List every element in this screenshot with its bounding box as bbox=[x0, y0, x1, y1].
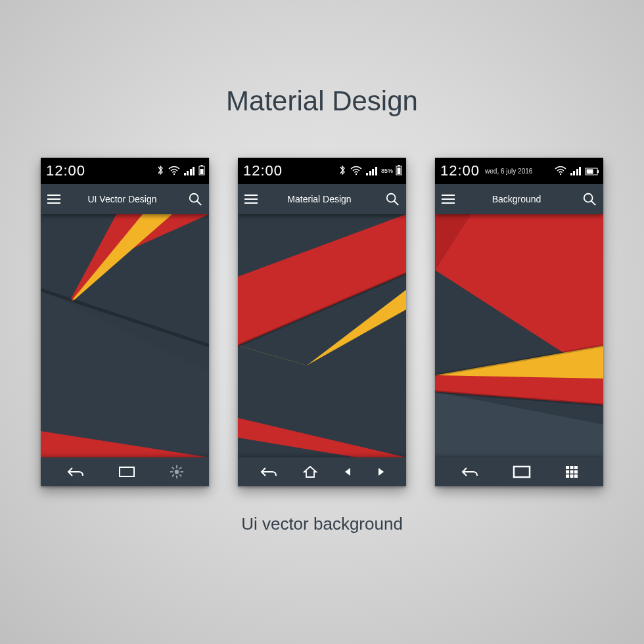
svg-marker-41 bbox=[304, 467, 316, 477]
svg-rect-20 bbox=[170, 471, 173, 472]
svg-rect-2 bbox=[201, 165, 203, 166]
nav-home-button[interactable] bbox=[303, 465, 317, 478]
nav-bar bbox=[41, 457, 209, 486]
svg-rect-25 bbox=[179, 474, 182, 477]
svg-rect-46 bbox=[597, 170, 599, 173]
nav-back-button[interactable] bbox=[259, 465, 277, 478]
svg-line-49 bbox=[591, 201, 595, 205]
status-bar: 12:00 bbox=[41, 158, 209, 184]
status-time: 12:00 bbox=[46, 162, 85, 179]
hamburger-icon[interactable] bbox=[47, 195, 60, 204]
battery-icon bbox=[585, 164, 599, 179]
status-bar: 12:00 wed, 6 july 2016 bbox=[435, 158, 603, 184]
svg-rect-47 bbox=[587, 169, 593, 173]
nav-back-button[interactable] bbox=[460, 465, 478, 478]
app-bar-title: Material Design bbox=[258, 194, 385, 204]
page-title: Material Design bbox=[0, 85, 644, 117]
svg-rect-28 bbox=[398, 165, 400, 166]
app-bar: Background bbox=[435, 184, 603, 214]
signal-icon bbox=[570, 166, 582, 175]
nav-bar bbox=[435, 457, 603, 486]
hamburger-icon[interactable] bbox=[442, 195, 455, 204]
battery-percent: 85% bbox=[381, 168, 393, 174]
phone-mockup-2: 12:00 85% Material Design bbox=[238, 158, 406, 486]
svg-rect-21 bbox=[181, 471, 184, 472]
nav-bar bbox=[238, 457, 406, 486]
wifi-icon bbox=[350, 164, 362, 179]
search-icon[interactable] bbox=[385, 192, 400, 206]
app-bar: Material Design bbox=[238, 184, 406, 214]
svg-rect-19 bbox=[176, 476, 177, 479]
status-time: 12:00 bbox=[243, 162, 283, 179]
svg-line-31 bbox=[394, 201, 398, 205]
svg-line-5 bbox=[197, 201, 201, 205]
nav-next-button[interactable] bbox=[377, 467, 385, 477]
bluetooth-icon bbox=[156, 164, 164, 179]
search-icon[interactable] bbox=[188, 192, 202, 206]
svg-rect-64 bbox=[570, 471, 574, 474]
svg-marker-42 bbox=[345, 468, 350, 476]
svg-point-17 bbox=[175, 470, 179, 474]
svg-rect-3 bbox=[200, 169, 204, 174]
svg-point-48 bbox=[584, 194, 593, 202]
battery-icon bbox=[396, 164, 402, 179]
svg-rect-60 bbox=[566, 466, 569, 469]
nav-back-button[interactable] bbox=[66, 465, 84, 478]
svg-rect-29 bbox=[398, 168, 401, 174]
status-date: wed, 6 july 2016 bbox=[485, 168, 532, 175]
svg-point-30 bbox=[387, 194, 396, 202]
svg-point-0 bbox=[173, 173, 174, 174]
svg-rect-67 bbox=[570, 474, 574, 478]
app-bar-title: UI Vector Design bbox=[60, 194, 188, 204]
svg-rect-24 bbox=[172, 467, 175, 470]
svg-point-4 bbox=[190, 194, 198, 202]
signal-icon bbox=[366, 166, 377, 175]
svg-rect-61 bbox=[570, 466, 574, 469]
wallpaper-area bbox=[435, 214, 603, 457]
svg-rect-62 bbox=[574, 466, 578, 469]
search-icon[interactable] bbox=[582, 192, 597, 206]
wifi-icon bbox=[168, 164, 180, 179]
svg-rect-65 bbox=[574, 471, 578, 474]
nav-settings-button[interactable] bbox=[170, 465, 184, 479]
svg-rect-59 bbox=[514, 467, 530, 477]
svg-marker-43 bbox=[379, 468, 384, 476]
nav-recent-button[interactable] bbox=[118, 466, 135, 478]
hamburger-icon[interactable] bbox=[244, 195, 258, 204]
nav-apps-button[interactable] bbox=[565, 465, 578, 478]
status-bar: 12:00 85% bbox=[238, 158, 406, 184]
battery-icon bbox=[198, 164, 205, 179]
app-bar-title: Background bbox=[455, 194, 582, 204]
svg-rect-22 bbox=[179, 467, 182, 470]
svg-point-26 bbox=[356, 173, 357, 174]
svg-point-44 bbox=[559, 173, 561, 174]
wallpaper-area bbox=[41, 214, 209, 457]
bluetooth-icon bbox=[338, 164, 346, 179]
wallpaper-area bbox=[238, 214, 406, 457]
svg-rect-16 bbox=[120, 467, 134, 476]
page-subtitle: Ui vector background bbox=[0, 514, 644, 534]
app-bar: UI Vector Design bbox=[41, 184, 209, 214]
phone-mockup-1: 12:00 UI Vector Design bbox=[41, 158, 209, 486]
nav-prev-button[interactable] bbox=[344, 467, 352, 477]
phone-row: 12:00 UI Vector Design bbox=[0, 158, 644, 486]
svg-rect-23 bbox=[172, 474, 175, 477]
svg-rect-63 bbox=[566, 471, 569, 474]
svg-rect-18 bbox=[176, 465, 177, 469]
nav-recent-button[interactable] bbox=[513, 465, 531, 478]
signal-icon bbox=[184, 166, 195, 175]
svg-rect-66 bbox=[566, 474, 569, 478]
wifi-icon bbox=[555, 164, 566, 179]
svg-rect-68 bbox=[574, 474, 578, 478]
status-time: 12:00 bbox=[440, 162, 480, 179]
phone-mockup-3: 12:00 wed, 6 july 2016 Background bbox=[435, 158, 603, 486]
